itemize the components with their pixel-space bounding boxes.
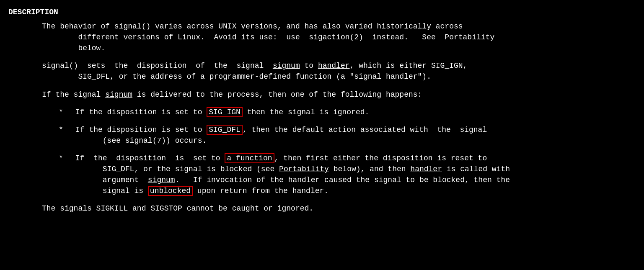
portability-link-2: Portability xyxy=(279,165,329,173)
a-function-box: a function xyxy=(225,153,274,163)
bullet2-pre: If the disposition is set to xyxy=(75,126,207,134)
signum-ref-3: signum xyxy=(148,176,175,184)
bullet-3: * If the disposition is set to a functio… xyxy=(59,153,636,196)
handler-ref-2: handler xyxy=(410,165,442,173)
section-title: DESCRIPTION xyxy=(8,7,636,18)
bullet1-post: then the signal is ignored. xyxy=(243,108,369,116)
bullet3-line4-post: upon return from the handler. xyxy=(193,187,328,195)
paragraph-3: If the signal signum is delivered to the… xyxy=(42,89,636,100)
p3-pre: If the signal xyxy=(42,90,105,99)
paragraph-1: The behavior of signal() varies across U… xyxy=(42,21,636,54)
portability-link-1: Portability xyxy=(445,33,494,41)
p2-mid: to xyxy=(300,62,318,70)
unblocked-box: unblocked xyxy=(148,186,193,196)
bullet-char-1: * xyxy=(59,107,75,118)
bullet-2-content: If the disposition is set to SIG_DFL, th… xyxy=(75,124,636,146)
man-page: DESCRIPTION The behavior of signal() var… xyxy=(8,7,636,214)
bullet-3-content: If the disposition is set to a function,… xyxy=(75,153,636,196)
paragraph-final: The signals SIGKILL and SIGSTOP cannot b… xyxy=(42,203,636,214)
bullet3-line1-pre: If the disposition is set to xyxy=(75,154,225,162)
paragraph-2: signal() sets the disposition of the sig… xyxy=(42,60,636,82)
p-final-text: The signals SIGKILL and SIGSTOP cannot b… xyxy=(42,204,313,213)
handler-ref-1: handler xyxy=(318,62,350,70)
signum-ref-1: signum xyxy=(273,62,300,70)
bullet-1: * If the disposition is set to SIG_IGN t… xyxy=(59,107,636,118)
p3-post: is delivered to the process, then one of… xyxy=(132,90,422,99)
bullet-2: * If the disposition is set to SIG_DFL, … xyxy=(59,124,636,146)
bullet-char-3: * xyxy=(59,153,75,196)
bullet3-line2b: below), and then xyxy=(329,165,410,173)
bullet-1-content: If the disposition is set to SIG_IGN the… xyxy=(75,107,636,118)
sig-dfl-box: SIG_DFL xyxy=(207,125,243,135)
p1-text: The behavior of signal() varies across U… xyxy=(42,22,494,52)
sig-ign-box: SIG_IGN xyxy=(207,107,243,117)
signum-ref-2: signum xyxy=(105,90,132,99)
p2-pre: signal() sets the disposition of the sig… xyxy=(42,62,273,70)
content-area: The behavior of signal() varies across U… xyxy=(42,21,636,214)
bullet1-pre: If the disposition is set to xyxy=(75,108,207,116)
bullet-char-2: * xyxy=(59,124,75,146)
